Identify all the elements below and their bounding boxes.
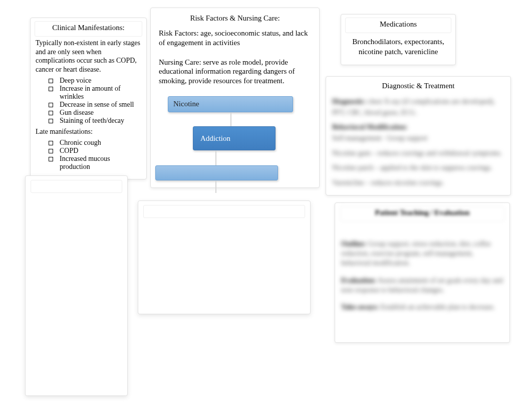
node-blank: [155, 165, 278, 180]
clinical-body: Typically non-existent in early stages a…: [35, 39, 142, 171]
teaching-body: Outline: Group support, stress reduction…: [340, 225, 504, 321]
clinical-late-label: Late manifestations:: [36, 127, 141, 136]
medications-title: Medications: [345, 18, 451, 33]
teaching-line: Evaluation: Assess attainment of set goa…: [341, 276, 503, 295]
connector-line: [215, 150, 216, 165]
diag-line-text: Nicotine gum – reduces cravings and with…: [332, 149, 502, 157]
node-nicotine: Nicotine: [168, 96, 293, 112]
clinical-intro: Typically non-existent in early stages a…: [36, 39, 141, 74]
diag-line: Nicotine patch – applied to the skin to …: [332, 162, 504, 173]
diag-line-head: Behavioral Modification:: [332, 123, 408, 131]
teaching-line-head: Outline:: [341, 240, 366, 248]
medications-body: Bronchodilators, expectorants, nicotine …: [345, 36, 451, 58]
empty-panel-left: [25, 175, 128, 396]
node-nicotine-label: Nicotine: [173, 100, 199, 108]
list-item: Decrease in sense of smell: [49, 101, 141, 109]
node-addiction: Addiction: [193, 126, 276, 150]
teaching-line: Outline: Group support, stress reduction…: [341, 240, 503, 268]
list-item: Increased mucous production: [49, 155, 141, 171]
diag-line: Diagnostic: chest X-ray (if complication…: [332, 96, 504, 118]
empty-panel-middle: [138, 200, 311, 314]
risk-factors-label: Risk Factors:: [159, 29, 199, 37]
connector-line: [215, 180, 216, 193]
medications-line-1: Bronchodilators, expectorants,: [348, 37, 448, 47]
teaching-line-head: Take-aways:: [341, 303, 379, 311]
medications-line-2: nicotine patch, varenicline: [348, 47, 448, 57]
list-item: Increase in amount of wrinkles: [49, 85, 141, 101]
diag-line-text: Nicotine patch – applied to the skin to …: [332, 164, 492, 171]
nursing-care-label: Nursing Care:: [159, 58, 201, 66]
diagnostic-treatment-panel: Diagnostic & Treatment Diagnostic: chest…: [326, 76, 511, 195]
empty-panel-middle-title: [143, 205, 305, 218]
diag-line: Nicotine gum – reduces cravings and with…: [332, 148, 504, 159]
diag-line-text: Self-management · Group support: [332, 134, 428, 142]
diag-line: Varenicline – reduces nicotine cravings.: [332, 177, 504, 188]
nursing-care-line: Nursing Care: serve as role model, provi…: [159, 58, 311, 86]
teaching-line: Take-aways: Establish an achievable plan…: [341, 303, 503, 312]
medications-panel: Medications Bronchodilators, expectorant…: [341, 14, 456, 65]
teaching-line-head: Evaluation:: [341, 277, 376, 284]
node-addiction-label: Addiction: [200, 134, 230, 143]
teaching-line-text: Establish an achievable plan to decrease…: [380, 303, 495, 311]
empty-panel-left-title: [31, 180, 122, 193]
diagnostic-body: Diagnostic: chest X-ray (if complication…: [331, 95, 505, 193]
diag-line: Behavioral Modification: Self-management…: [332, 122, 504, 143]
list-item: Staining of teeth/decay: [49, 117, 141, 125]
diag-line-head: Diagnostic:: [332, 98, 366, 105]
clinical-early-list: Deep voice Increase in amount of wrinkle…: [36, 77, 141, 125]
diagnostic-title: Diagnostic & Treatment: [331, 80, 505, 94]
teaching-evaluation-panel: Patient Teaching / Evaluation Outline: G…: [335, 202, 510, 343]
clinical-late-list: Chronic cough COPD Increased mucous prod…: [36, 139, 141, 171]
diag-line-text: Varenicline – reduces nicotine cravings.: [332, 179, 444, 186]
list-item: COPD: [49, 147, 141, 155]
risk-body: Risk Factors: age, socioeconomic status,…: [156, 29, 314, 86]
clinical-manifestations-panel: Clinical Manifestations: Typically non-e…: [30, 18, 147, 179]
list-item: Chronic cough: [49, 139, 141, 147]
clinical-title: Clinical Manifestations:: [35, 21, 142, 37]
connector-line: [230, 112, 231, 126]
list-item: Deep voice: [49, 77, 141, 85]
risk-title: Risk Factors & Nursing Care:: [156, 12, 314, 27]
list-item: Gun disease: [49, 109, 141, 117]
risk-factors-line: Risk Factors: age, socioeconomic status,…: [159, 29, 311, 48]
teaching-title: Patient Teaching / Evaluation: [340, 206, 504, 222]
